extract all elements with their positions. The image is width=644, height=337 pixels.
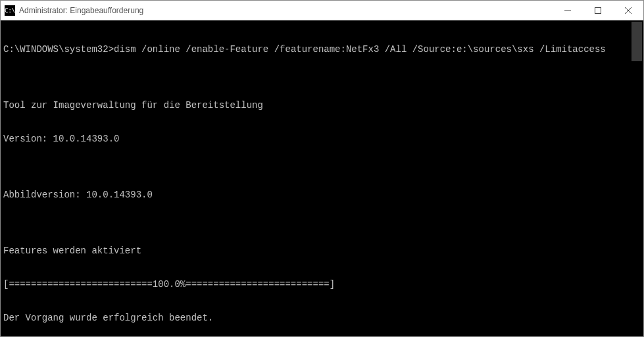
svg-rect-1 <box>595 7 601 13</box>
close-button[interactable] <box>613 1 643 20</box>
scrollbar-thumb[interactable] <box>632 22 642 61</box>
window-titlebar: C:\ Administrator: Eingabeaufforderung <box>1 1 643 20</box>
terminal-line: Features werden aktiviert <box>3 246 641 257</box>
terminal-line: Abbildversion: 10.0.14393.0 <box>3 190 641 201</box>
terminal-line: [==========================100.0%=======… <box>3 279 641 290</box>
window-title: Administrator: Eingabeaufforderung <box>19 6 553 15</box>
cmd-icon: C:\ <box>5 5 15 16</box>
terminal-line: Version: 10.0.14393.0 <box>3 134 641 145</box>
minimize-button[interactable] <box>553 1 583 20</box>
terminal-line: Tool zur Imageverwaltung für die Bereits… <box>3 100 641 111</box>
terminal-area[interactable]: C:\WINDOWS\system32>dism /online /enable… <box>1 20 643 336</box>
maximize-button[interactable] <box>583 1 613 20</box>
terminal-line: C:\WINDOWS\system32>dism /online /enable… <box>3 44 641 55</box>
terminal-line: Der Vorgang wurde erfolgreich beendet. <box>3 313 641 324</box>
window-controls <box>553 1 643 20</box>
